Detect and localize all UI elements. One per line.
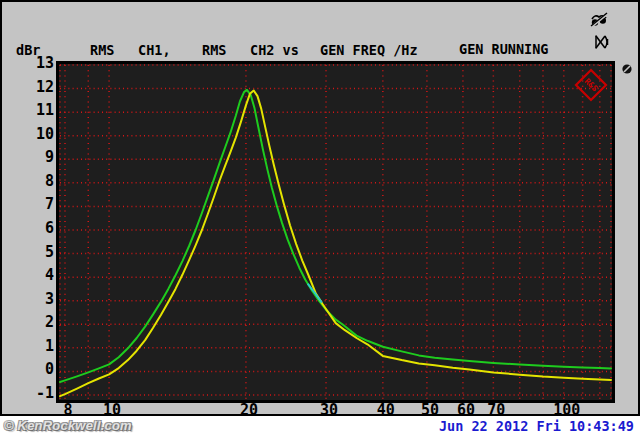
headphones-muted-icon [590, 11, 608, 29]
y-axis-tick-label: -1 [18, 385, 54, 402]
page: dBr RMS CH1, RMS CH2 vs GEN FREQ /Hz GEN… [0, 0, 640, 436]
trace1-channel-label: CH1, [138, 43, 171, 58]
datetime-stamp: Jun 22 2012 Fri 10:43:49 [439, 418, 634, 434]
y-axis-tick-label: 0 [18, 361, 54, 378]
svg-text:R&S: R&S [583, 77, 600, 94]
y-axis-tick-label: 9 [18, 149, 54, 166]
trace1-function-label: RMS [90, 43, 114, 58]
trace2-channel-label: CH2 vs [250, 43, 299, 58]
y-axis-tick-label: 11 [18, 102, 54, 119]
y-axis-tick-label: 2 [18, 314, 54, 331]
y-axis-tick-label: 1 [18, 338, 54, 355]
speaker-muted-icon [593, 33, 611, 51]
analyzer-screen: dBr RMS CH1, RMS CH2 vs GEN FREQ /Hz GEN… [0, 0, 640, 416]
y-axis-tick-label: 12 [18, 79, 54, 96]
y-axis-tick-label: 6 [18, 220, 54, 237]
y-axis-tick-label: 3 [18, 291, 54, 308]
status-icons [590, 11, 634, 29]
chart-canvas [59, 64, 612, 400]
frequency-response-plot: R&S [56, 61, 615, 403]
rohde-schwarz-logo: R&S [574, 68, 608, 102]
footer: © KenRockwell.com Jun 22 2012 Fri 10:43:… [0, 416, 640, 436]
trace2-function-label: RMS [202, 43, 226, 58]
y-axis-tick-label: 7 [18, 196, 54, 213]
y-axis-tick-label: 10 [18, 126, 54, 143]
y-axis-tick-label: 4 [18, 267, 54, 284]
y-axis-tick-label: 13 [18, 55, 54, 72]
y-axis-tick-label: 8 [18, 173, 54, 190]
generator-status: GEN RUNNING [459, 41, 597, 57]
x-axis-source-label: GEN FREQ /Hz [320, 43, 418, 58]
indicator-circle-icon [621, 63, 633, 75]
watermark: © KenRockwell.com [4, 418, 132, 433]
y-axis-tick-label: 5 [18, 244, 54, 261]
